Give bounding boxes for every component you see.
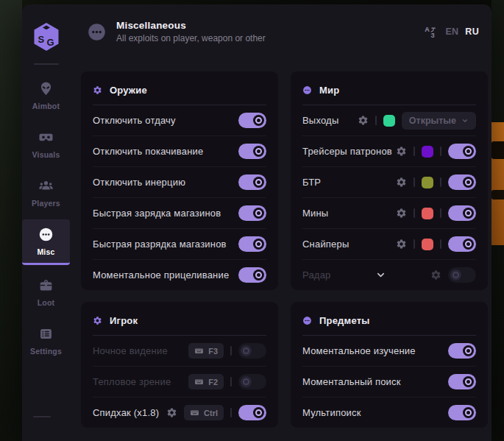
row-controls	[396, 174, 476, 190]
toggle-knob	[253, 208, 264, 219]
page-title: Miscellaneous	[116, 20, 266, 31]
sidebar-item-loot[interactable]: Loot	[22, 270, 70, 314]
feature-row[interactable]: Снайперы	[302, 229, 476, 260]
feature-row[interactable]: Моментальное изучение	[302, 336, 476, 367]
lang-ru-button[interactable]: RU	[465, 27, 479, 37]
toggle-switch[interactable]	[238, 174, 266, 190]
toggle-switch[interactable]	[238, 144, 266, 159]
section-header: Игрок	[93, 302, 266, 336]
hotkey-label: F2	[208, 378, 218, 387]
section-title: Мир	[319, 85, 339, 96]
page-subtitle: All exploits on player, weapon or other	[116, 33, 266, 43]
page-title-block: Miscellaneous All exploits on player, we…	[116, 20, 266, 43]
toggle-knob	[253, 239, 264, 250]
toggle-switch[interactable]	[448, 405, 476, 420]
color-swatch[interactable]	[422, 239, 433, 250]
toggle-switch[interactable]	[448, 205, 476, 221]
feature-row[interactable]: Отключить покачивание	[93, 136, 266, 167]
toggle-switch[interactable]	[448, 343, 476, 359]
feature-row[interactable]: Отключить отдачу	[93, 105, 266, 136]
gear-icon[interactable]	[430, 269, 441, 281]
toggle-switch[interactable]	[448, 236, 476, 252]
chevron-down-icon[interactable]	[375, 269, 386, 281]
toggle-switch[interactable]	[448, 374, 476, 389]
feature-row[interactable]: БТР	[302, 167, 476, 198]
sidebar-item-label: Misc	[37, 247, 54, 256]
gear-icon[interactable]	[396, 208, 407, 219]
toggle-knob	[241, 345, 252, 356]
feature-row[interactable]: Мины	[302, 198, 476, 229]
feature-row[interactable]: Трейсеры патронов	[302, 136, 476, 167]
feature-row[interactable]: Моментальное прицеливание	[93, 260, 266, 290]
toggle-switch[interactable]	[238, 405, 266, 420]
toggle-knob-ring	[255, 117, 262, 124]
topbar: Miscellaneous All exploits on player, we…	[81, 4, 488, 43]
toggle-switch[interactable]	[238, 113, 266, 128]
toggle-switch[interactable]	[448, 174, 476, 190]
section-weapon: ОружиеОтключить отдачуОтключить покачива…	[81, 71, 278, 290]
hotkey-badge[interactable]: F3	[188, 343, 224, 359]
gear-icon[interactable]	[396, 177, 407, 188]
settings-icon	[38, 326, 54, 342]
lang-en-button[interactable]: EN	[445, 27, 458, 37]
feature-row[interactable]: Быстрая зарядка магазинов	[93, 198, 266, 229]
gear-icon[interactable]	[396, 146, 407, 157]
gear-icon[interactable]	[166, 407, 177, 418]
ellipsis-circle-icon	[38, 227, 54, 242]
toggle-knob	[253, 177, 264, 188]
vr-goggles-icon	[38, 130, 54, 145]
hotkey-badge[interactable]: Ctrl	[184, 405, 224, 420]
feature-row[interactable]: Ночное видениеF3	[93, 336, 266, 367]
hotkey-badge[interactable]: F2	[188, 374, 224, 389]
gear-icon[interactable]	[396, 239, 407, 250]
color-swatch[interactable]	[383, 115, 395, 127]
toggle-knob-ring	[255, 272, 262, 278]
feature-row[interactable]: Быстрая разрядка магазинов	[93, 229, 266, 260]
sidebar-item-aimbot[interactable]: Aimbot	[22, 74, 70, 117]
toggle-switch[interactable]	[238, 343, 266, 359]
dropdown-select[interactable]: Открытые	[402, 112, 476, 130]
sidebar-item-visuals[interactable]: Visuals	[22, 122, 70, 166]
toggle-knob	[450, 269, 461, 281]
row-controls: F3	[188, 343, 266, 359]
toggle-knob-ring	[255, 241, 262, 247]
feature-row[interactable]: Мультипоиск	[302, 398, 476, 428]
feature-row[interactable]: ВыходыОткрытые	[302, 105, 476, 136]
players-icon	[38, 178, 54, 194]
sidebar-item-players[interactable]: Players	[22, 171, 70, 214]
gear-icon	[93, 85, 102, 95]
toggle-switch[interactable]	[238, 205, 266, 221]
row-controls	[430, 267, 476, 283]
toggle-switch[interactable]	[238, 267, 266, 283]
gear-icon[interactable]	[358, 115, 369, 126]
sidebar-item-settings[interactable]: Settings	[22, 319, 70, 362]
row-controls	[238, 174, 266, 190]
sidebar-item-misc[interactable]: Misc	[22, 219, 70, 265]
feature-row[interactable]: Тепловое зрениеF2	[93, 367, 266, 398]
color-swatch[interactable]	[422, 146, 433, 158]
row-controls	[238, 267, 266, 283]
toggle-switch[interactable]	[448, 144, 476, 159]
toggle-knob	[253, 115, 264, 126]
toggle-knob-ring	[465, 179, 472, 186]
feature-label: Мультипоиск	[302, 407, 448, 418]
toggle-switch[interactable]	[238, 236, 266, 252]
toggle-knob	[253, 407, 264, 418]
feature-row[interactable]: Спидхак (x1.8)Ctrl	[93, 398, 266, 428]
feature-row[interactable]: Радар	[302, 260, 476, 290]
feature-row[interactable]: Отключить инерцию	[93, 167, 266, 198]
sidebar: S G AimbotVisualsPlayersMiscLootSettings	[22, 4, 70, 441]
color-swatch[interactable]	[422, 177, 433, 188]
misc-avatar-icon	[87, 22, 107, 42]
row-controls: Открытые	[358, 112, 476, 130]
toggle-knob	[463, 146, 474, 157]
feature-label: Трейсеры патронов	[302, 146, 396, 157]
toggle-switch[interactable]	[448, 267, 476, 283]
toggle-switch[interactable]	[238, 374, 266, 389]
section-title: Игрок	[110, 315, 138, 326]
color-swatch[interactable]	[422, 208, 433, 219]
section-player: ИгрокНочное видениеF3Тепловое зрениеF2Сп…	[81, 302, 278, 428]
row-controls	[396, 144, 476, 159]
feature-row[interactable]: Моментальный поиск	[302, 367, 476, 398]
row-controls	[238, 144, 266, 159]
